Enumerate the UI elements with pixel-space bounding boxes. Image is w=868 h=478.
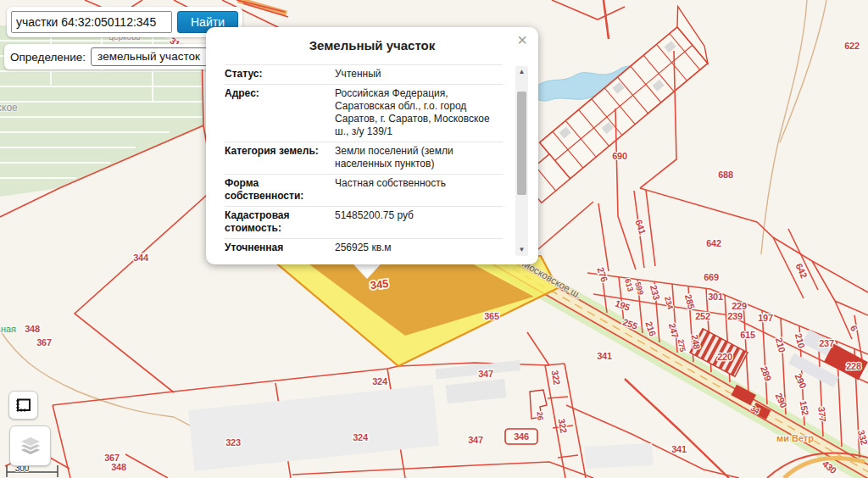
popup-title: Земельный участок <box>206 27 538 53</box>
layers-button[interactable] <box>9 425 51 466</box>
field-land-category: Категория земель: Земли поселений (земли… <box>225 142 503 175</box>
map-label: 345 <box>370 277 389 292</box>
map-label: 197 <box>758 313 773 323</box>
map-label: 642 <box>706 238 721 248</box>
search-input[interactable] <box>11 11 172 33</box>
map-label: 324 <box>372 376 388 386</box>
map-label: 615 <box>740 330 755 340</box>
map-label: 690 <box>612 151 627 161</box>
definition-label: Определение: <box>10 51 86 64</box>
map-layers-icon <box>16 433 45 459</box>
map-label: 348 <box>111 462 126 472</box>
cadastral-map-app: церковь31ское344ная348367365341341324324… <box>0 0 868 478</box>
map-label: ское <box>0 102 18 114</box>
map-label: 346 <box>514 431 529 442</box>
scroll-down-icon[interactable]: ▼ <box>515 244 528 256</box>
close-icon[interactable]: × <box>517 31 527 48</box>
map-label: 669 <box>704 272 719 282</box>
map-label: 347 <box>478 369 493 379</box>
map-label: 347 <box>468 435 483 445</box>
map-label: ная <box>1 324 16 334</box>
field-status: Статус: Учтенный <box>225 65 503 85</box>
map-label: 367 <box>36 337 52 347</box>
field-address: Адрес: Российская Федерация, Саратовская… <box>225 85 503 142</box>
map-label: 341 <box>597 351 612 361</box>
map-label: ми Ветр <box>776 433 814 443</box>
map-label: 252 <box>695 311 710 321</box>
scrollbar-thumb[interactable] <box>517 92 526 195</box>
map-label: 228 <box>846 361 861 371</box>
parcel-info-popup: × Земельный участок Статус: Учтенный Адр… <box>206 27 538 264</box>
map-label: 688 <box>718 170 733 180</box>
field-cadastral-value: Кадастровая стоимость: 51485200.75 руб <box>225 207 503 239</box>
map-label: 348 <box>25 324 40 334</box>
measure-area-icon <box>15 398 31 413</box>
measure-button[interactable] <box>8 391 38 420</box>
map-label: 344 <box>133 253 149 263</box>
map-label: 239 <box>727 311 743 321</box>
definition-selected-value: земельный участок <box>97 50 200 63</box>
popup-scrollbar[interactable]: ▲ ▼ <box>515 66 528 256</box>
map-label: 237 <box>819 338 834 348</box>
map-label: 26 <box>536 411 546 420</box>
definition-panel: Определение: земельный участок ∨ <box>4 44 233 69</box>
map-label: 622 <box>844 41 860 51</box>
field-area: Уточненная площадь: 256925 кв.м <box>225 239 503 258</box>
map-label: 229 <box>732 301 747 311</box>
field-ownership: Форма собственности: Частная собственнос… <box>225 175 503 207</box>
map-label: 341 <box>671 444 687 454</box>
popup-fields: Статус: Учтенный Адрес: Российская Федер… <box>225 64 503 258</box>
map-label: 377 <box>816 406 827 422</box>
map-label: 324 <box>353 432 369 442</box>
map-label: 220 <box>717 352 732 362</box>
map-label: 301 <box>708 292 723 302</box>
scroll-up-icon[interactable]: ▲ <box>515 66 528 78</box>
map-label: 365 <box>484 311 499 321</box>
map-label: 323 <box>225 437 241 447</box>
